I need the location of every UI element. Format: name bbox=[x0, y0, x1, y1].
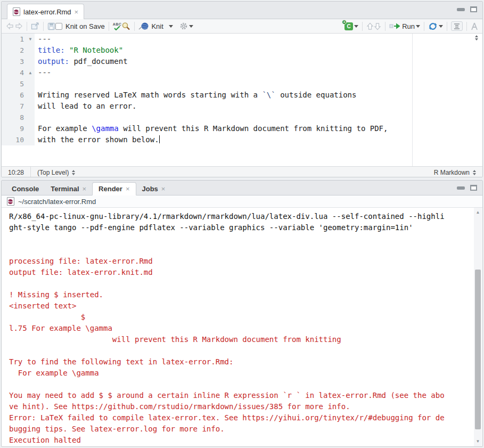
close-tab-icon[interactable]: × bbox=[83, 185, 87, 192]
back-button[interactable] bbox=[6, 22, 14, 30]
maximize-pane-button[interactable] bbox=[470, 6, 477, 12]
fold-gutter bbox=[26, 134, 35, 145]
console-line: Try to find the following text in latex-… bbox=[9, 356, 474, 368]
knit-dropdown-icon[interactable] bbox=[169, 25, 173, 28]
save-button[interactable] bbox=[47, 22, 55, 30]
tab-console[interactable]: Console bbox=[6, 182, 45, 196]
cursor-position: 10:28 bbox=[2, 167, 31, 177]
line-number: 8 bbox=[2, 112, 26, 123]
console-line: <inserted text> bbox=[9, 300, 474, 312]
code-text: output: pdf_document bbox=[35, 56, 128, 67]
console-line: processing file: latex-error.Rmd bbox=[9, 256, 474, 267]
editor-line: 9For example \gamma will prevent this R … bbox=[2, 123, 482, 134]
line-number: 10 bbox=[2, 134, 26, 145]
editor-tab-bar: Rmd latex-error.Rmd × bbox=[2, 2, 482, 19]
language-mode-selector[interactable]: R Markdown bbox=[428, 167, 482, 177]
tab-render[interactable]: Render× bbox=[92, 182, 136, 196]
editor-line: 1▼--- bbox=[2, 34, 482, 45]
editor-line: 8 bbox=[2, 112, 482, 123]
close-tab-icon[interactable]: × bbox=[75, 9, 79, 15]
rmd-file-icon: Rmd bbox=[7, 197, 14, 206]
go-to-next-chunk-button[interactable] bbox=[374, 22, 381, 30]
rmd-file-icon: Rmd bbox=[13, 7, 20, 16]
fold-gutter bbox=[26, 112, 35, 123]
console-line bbox=[9, 233, 474, 245]
line-number: 6 bbox=[2, 89, 26, 101]
console-line: Execution halted bbox=[9, 435, 474, 446]
render-console-output[interactable]: R/x86_64-pc-linux-gnu-library/4.1/rmarkd… bbox=[2, 208, 474, 446]
insert-chunk-icon: C+ bbox=[344, 22, 353, 30]
editor-line: 7will lead to an error. bbox=[2, 101, 482, 112]
fold-gutter bbox=[26, 89, 35, 101]
go-to-previous-chunk-button[interactable] bbox=[366, 22, 374, 30]
spellcheck-button[interactable]: ABC bbox=[113, 22, 122, 30]
code-text: with the error shown below. bbox=[35, 134, 160, 145]
tab-terminal[interactable]: Terminal× bbox=[45, 182, 92, 196]
print-margin-line bbox=[412, 34, 413, 166]
scrollbar-down-icon[interactable]: ▼ bbox=[474, 438, 482, 445]
knit-button[interactable]: Knit bbox=[138, 22, 163, 30]
code-text bbox=[35, 78, 38, 89]
line-number: 5 bbox=[2, 78, 26, 89]
knit-label: Knit bbox=[151, 22, 163, 30]
knit-settings-button[interactable] bbox=[179, 22, 188, 30]
gear-icon bbox=[179, 22, 188, 30]
run-icon bbox=[389, 22, 400, 30]
minimize-pane-button[interactable] bbox=[457, 186, 465, 190]
scrollbar-up-icon[interactable]: ▲ bbox=[474, 209, 482, 216]
knit-settings-dropdown-icon[interactable] bbox=[189, 25, 193, 28]
scroll-arrows-icon bbox=[475, 35, 478, 40]
editor-line: 10with the error shown below. bbox=[2, 134, 482, 145]
open-in-new-window-button[interactable] bbox=[31, 22, 39, 30]
search-icon bbox=[121, 22, 130, 30]
console-line bbox=[9, 345, 474, 356]
editor-tab-latex-error[interactable]: Rmd latex-error.Rmd × bbox=[7, 4, 84, 19]
rerun-button[interactable] bbox=[428, 22, 438, 30]
editor-line: 2title: "R Notebook" bbox=[2, 45, 482, 56]
editor-line: 5 bbox=[2, 78, 482, 89]
source-pane: Rmd latex-error.Rmd × bbox=[1, 1, 483, 177]
visual-editor-toggle-button[interactable] bbox=[471, 22, 478, 30]
code-editor[interactable]: 1▼---2title: "R Notebook"3output: pdf_do… bbox=[2, 34, 482, 166]
scrollbar-thumb[interactable] bbox=[475, 270, 481, 429]
editor-tab-label: latex-error.Rmd bbox=[23, 8, 71, 16]
code-text bbox=[35, 112, 38, 123]
fold-marker-icon[interactable]: ▼ bbox=[26, 34, 35, 45]
editor-scrollbar[interactable] bbox=[472, 35, 478, 40]
knit-on-save-checkbox[interactable]: Knit on Save bbox=[55, 22, 105, 30]
tab-jobs[interactable]: Jobs× bbox=[136, 182, 171, 196]
tab-label: Jobs bbox=[142, 185, 158, 193]
document-outline-button[interactable] bbox=[451, 21, 463, 31]
insert-chunk-button[interactable]: C+ bbox=[344, 22, 353, 30]
forward-button[interactable] bbox=[14, 22, 23, 30]
minimize-pane-button[interactable] bbox=[457, 8, 465, 11]
run-button[interactable]: Run bbox=[389, 22, 415, 30]
code-text: For example \gamma will prevent this R M… bbox=[35, 123, 388, 134]
fold-gutter bbox=[26, 101, 35, 112]
close-tab-icon[interactable]: × bbox=[161, 185, 166, 192]
find-replace-button[interactable] bbox=[121, 22, 130, 30]
rerun-dropdown-icon[interactable] bbox=[439, 25, 443, 28]
fold-gutter bbox=[26, 45, 35, 56]
close-tab-icon[interactable]: × bbox=[126, 185, 130, 192]
scope-selector[interactable]: (Top Level) bbox=[31, 167, 81, 177]
tab-label: Console bbox=[12, 185, 39, 193]
console-line: l.75 For example \gamma bbox=[9, 323, 474, 334]
maximize-pane-button[interactable] bbox=[470, 185, 477, 191]
insert-chunk-dropdown-icon[interactable] bbox=[354, 25, 358, 28]
editor-status-bar: 10:28 (Top Level) R Markdown bbox=[2, 166, 482, 177]
forward-arrow-icon bbox=[14, 22, 23, 30]
line-number: 2 bbox=[2, 45, 26, 56]
console-line: bugging tips. See latex-error.log for mo… bbox=[9, 423, 474, 435]
editor-line: 4▲--- bbox=[2, 67, 482, 78]
console-line bbox=[9, 379, 474, 390]
console-line bbox=[9, 278, 474, 289]
console-scrollbar[interactable]: ▲ ▼ bbox=[474, 208, 482, 446]
run-dropdown-icon[interactable] bbox=[416, 25, 420, 28]
line-number: 9 bbox=[2, 123, 26, 134]
editor-line: 6Writing reserved LaTeX math words start… bbox=[2, 89, 482, 101]
spellcheck-icon: ABC bbox=[113, 22, 122, 30]
knit-yarn-icon bbox=[138, 22, 149, 30]
fold-marker-icon[interactable]: ▲ bbox=[26, 67, 35, 78]
rerun-circular-arrows-icon bbox=[428, 22, 438, 30]
